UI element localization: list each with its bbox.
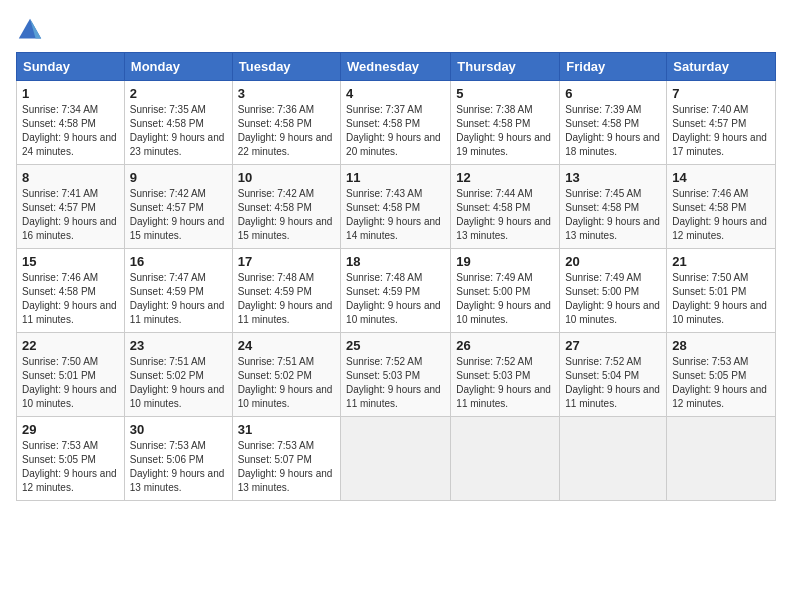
- day-number: 12: [456, 170, 554, 185]
- calendar-day-cell: 13Sunrise: 7:45 AMSunset: 4:58 PMDayligh…: [560, 165, 667, 249]
- day-detail: Sunrise: 7:52 AMSunset: 5:03 PMDaylight:…: [456, 355, 554, 411]
- day-number: 25: [346, 338, 445, 353]
- weekday-header: Thursday: [451, 53, 560, 81]
- calendar-day-cell: [560, 417, 667, 501]
- day-number: 28: [672, 338, 770, 353]
- calendar-day-cell: 31Sunrise: 7:53 AMSunset: 5:07 PMDayligh…: [232, 417, 340, 501]
- calendar-day-cell: 30Sunrise: 7:53 AMSunset: 5:06 PMDayligh…: [124, 417, 232, 501]
- day-detail: Sunrise: 7:36 AMSunset: 4:58 PMDaylight:…: [238, 103, 335, 159]
- day-detail: Sunrise: 7:46 AMSunset: 4:58 PMDaylight:…: [22, 271, 119, 327]
- calendar-day-cell: 27Sunrise: 7:52 AMSunset: 5:04 PMDayligh…: [560, 333, 667, 417]
- calendar-day-cell: 21Sunrise: 7:50 AMSunset: 5:01 PMDayligh…: [667, 249, 776, 333]
- day-detail: Sunrise: 7:42 AMSunset: 4:58 PMDaylight:…: [238, 187, 335, 243]
- day-number: 5: [456, 86, 554, 101]
- calendar-day-cell: 26Sunrise: 7:52 AMSunset: 5:03 PMDayligh…: [451, 333, 560, 417]
- calendar-day-cell: 20Sunrise: 7:49 AMSunset: 5:00 PMDayligh…: [560, 249, 667, 333]
- calendar-day-cell: 9Sunrise: 7:42 AMSunset: 4:57 PMDaylight…: [124, 165, 232, 249]
- calendar-day-cell: 4Sunrise: 7:37 AMSunset: 4:58 PMDaylight…: [341, 81, 451, 165]
- day-number: 29: [22, 422, 119, 437]
- day-detail: Sunrise: 7:53 AMSunset: 5:05 PMDaylight:…: [672, 355, 770, 411]
- calendar-day-cell: 2Sunrise: 7:35 AMSunset: 4:58 PMDaylight…: [124, 81, 232, 165]
- calendar-day-cell: 16Sunrise: 7:47 AMSunset: 4:59 PMDayligh…: [124, 249, 232, 333]
- day-number: 22: [22, 338, 119, 353]
- day-detail: Sunrise: 7:53 AMSunset: 5:06 PMDaylight:…: [130, 439, 227, 495]
- day-detail: Sunrise: 7:48 AMSunset: 4:59 PMDaylight:…: [238, 271, 335, 327]
- day-number: 18: [346, 254, 445, 269]
- day-number: 21: [672, 254, 770, 269]
- day-number: 20: [565, 254, 661, 269]
- day-detail: Sunrise: 7:53 AMSunset: 5:05 PMDaylight:…: [22, 439, 119, 495]
- calendar-day-cell: 28Sunrise: 7:53 AMSunset: 5:05 PMDayligh…: [667, 333, 776, 417]
- calendar-day-cell: [667, 417, 776, 501]
- day-detail: Sunrise: 7:50 AMSunset: 5:01 PMDaylight:…: [672, 271, 770, 327]
- day-detail: Sunrise: 7:51 AMSunset: 5:02 PMDaylight:…: [238, 355, 335, 411]
- day-number: 27: [565, 338, 661, 353]
- day-number: 10: [238, 170, 335, 185]
- day-number: 31: [238, 422, 335, 437]
- day-detail: Sunrise: 7:53 AMSunset: 5:07 PMDaylight:…: [238, 439, 335, 495]
- calendar-day-cell: 29Sunrise: 7:53 AMSunset: 5:05 PMDayligh…: [17, 417, 125, 501]
- day-detail: Sunrise: 7:34 AMSunset: 4:58 PMDaylight:…: [22, 103, 119, 159]
- day-number: 11: [346, 170, 445, 185]
- day-detail: Sunrise: 7:46 AMSunset: 4:58 PMDaylight:…: [672, 187, 770, 243]
- calendar-day-cell: [451, 417, 560, 501]
- calendar-week-row: 15Sunrise: 7:46 AMSunset: 4:58 PMDayligh…: [17, 249, 776, 333]
- day-number: 13: [565, 170, 661, 185]
- calendar-day-cell: 7Sunrise: 7:40 AMSunset: 4:57 PMDaylight…: [667, 81, 776, 165]
- day-number: 30: [130, 422, 227, 437]
- weekday-header: Saturday: [667, 53, 776, 81]
- day-detail: Sunrise: 7:49 AMSunset: 5:00 PMDaylight:…: [456, 271, 554, 327]
- weekday-header: Friday: [560, 53, 667, 81]
- day-detail: Sunrise: 7:42 AMSunset: 4:57 PMDaylight:…: [130, 187, 227, 243]
- calendar-day-cell: 22Sunrise: 7:50 AMSunset: 5:01 PMDayligh…: [17, 333, 125, 417]
- calendar-day-cell: 10Sunrise: 7:42 AMSunset: 4:58 PMDayligh…: [232, 165, 340, 249]
- calendar-day-cell: 23Sunrise: 7:51 AMSunset: 5:02 PMDayligh…: [124, 333, 232, 417]
- day-number: 3: [238, 86, 335, 101]
- day-number: 17: [238, 254, 335, 269]
- day-detail: Sunrise: 7:35 AMSunset: 4:58 PMDaylight:…: [130, 103, 227, 159]
- day-detail: Sunrise: 7:49 AMSunset: 5:00 PMDaylight:…: [565, 271, 661, 327]
- calendar-day-cell: 5Sunrise: 7:38 AMSunset: 4:58 PMDaylight…: [451, 81, 560, 165]
- day-number: 6: [565, 86, 661, 101]
- weekday-header: Monday: [124, 53, 232, 81]
- calendar-day-cell: 25Sunrise: 7:52 AMSunset: 5:03 PMDayligh…: [341, 333, 451, 417]
- day-detail: Sunrise: 7:40 AMSunset: 4:57 PMDaylight:…: [672, 103, 770, 159]
- day-detail: Sunrise: 7:41 AMSunset: 4:57 PMDaylight:…: [22, 187, 119, 243]
- calendar-day-cell: 19Sunrise: 7:49 AMSunset: 5:00 PMDayligh…: [451, 249, 560, 333]
- day-number: 23: [130, 338, 227, 353]
- calendar-day-cell: 17Sunrise: 7:48 AMSunset: 4:59 PMDayligh…: [232, 249, 340, 333]
- day-detail: Sunrise: 7:52 AMSunset: 5:03 PMDaylight:…: [346, 355, 445, 411]
- day-detail: Sunrise: 7:44 AMSunset: 4:58 PMDaylight:…: [456, 187, 554, 243]
- logo-icon: [16, 16, 44, 44]
- calendar-week-row: 1Sunrise: 7:34 AMSunset: 4:58 PMDaylight…: [17, 81, 776, 165]
- day-number: 1: [22, 86, 119, 101]
- calendar-day-cell: [341, 417, 451, 501]
- day-detail: Sunrise: 7:47 AMSunset: 4:59 PMDaylight:…: [130, 271, 227, 327]
- day-number: 8: [22, 170, 119, 185]
- calendar-day-cell: 18Sunrise: 7:48 AMSunset: 4:59 PMDayligh…: [341, 249, 451, 333]
- day-number: 4: [346, 86, 445, 101]
- day-detail: Sunrise: 7:52 AMSunset: 5:04 PMDaylight:…: [565, 355, 661, 411]
- day-number: 2: [130, 86, 227, 101]
- day-number: 14: [672, 170, 770, 185]
- calendar-table: SundayMondayTuesdayWednesdayThursdayFrid…: [16, 52, 776, 501]
- calendar-day-cell: 15Sunrise: 7:46 AMSunset: 4:58 PMDayligh…: [17, 249, 125, 333]
- calendar-week-row: 8Sunrise: 7:41 AMSunset: 4:57 PMDaylight…: [17, 165, 776, 249]
- weekday-header-row: SundayMondayTuesdayWednesdayThursdayFrid…: [17, 53, 776, 81]
- weekday-header: Wednesday: [341, 53, 451, 81]
- calendar-day-cell: 1Sunrise: 7:34 AMSunset: 4:58 PMDaylight…: [17, 81, 125, 165]
- weekday-header: Tuesday: [232, 53, 340, 81]
- day-detail: Sunrise: 7:38 AMSunset: 4:58 PMDaylight:…: [456, 103, 554, 159]
- logo: [16, 16, 48, 44]
- day-detail: Sunrise: 7:51 AMSunset: 5:02 PMDaylight:…: [130, 355, 227, 411]
- calendar-day-cell: 14Sunrise: 7:46 AMSunset: 4:58 PMDayligh…: [667, 165, 776, 249]
- day-number: 7: [672, 86, 770, 101]
- day-detail: Sunrise: 7:39 AMSunset: 4:58 PMDaylight:…: [565, 103, 661, 159]
- day-detail: Sunrise: 7:50 AMSunset: 5:01 PMDaylight:…: [22, 355, 119, 411]
- calendar-week-row: 22Sunrise: 7:50 AMSunset: 5:01 PMDayligh…: [17, 333, 776, 417]
- day-detail: Sunrise: 7:45 AMSunset: 4:58 PMDaylight:…: [565, 187, 661, 243]
- day-number: 26: [456, 338, 554, 353]
- day-detail: Sunrise: 7:43 AMSunset: 4:58 PMDaylight:…: [346, 187, 445, 243]
- calendar-week-row: 29Sunrise: 7:53 AMSunset: 5:05 PMDayligh…: [17, 417, 776, 501]
- page-header: [16, 16, 776, 44]
